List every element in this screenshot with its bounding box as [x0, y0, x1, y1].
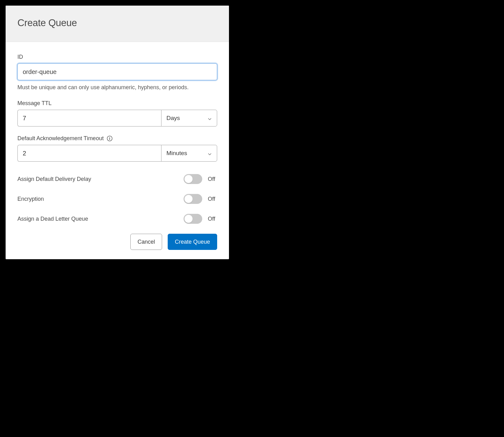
ack-timeout-label-text: Default Acknowledgement Timeout [17, 135, 104, 142]
delivery-delay-label: Assign Default Delivery Delay [17, 176, 91, 182]
id-input[interactable] [17, 63, 217, 80]
ack-timeout-label: Default Acknowledgement Timeout [17, 135, 217, 142]
ttl-unit-value: Days [166, 115, 180, 122]
id-field-group: ID Must be unique and can only use alpha… [17, 54, 217, 91]
toggle-knob [184, 175, 193, 183]
delivery-delay-toggle[interactable] [184, 174, 202, 184]
encryption-label: Encryption [17, 196, 44, 202]
dialog-body: ID Must be unique and can only use alpha… [6, 42, 229, 259]
dlq-label: Assign a Dead Letter Queue [17, 216, 88, 222]
encryption-row: Encryption Off [17, 194, 217, 204]
toggle-knob [184, 195, 193, 203]
ack-timeout-field-group: Default Acknowledgement Timeout Minutes [17, 135, 217, 162]
chevron-down-icon [208, 151, 212, 155]
cancel-button[interactable]: Cancel [130, 234, 162, 250]
id-help-text: Must be unique and can only use alphanum… [17, 83, 204, 91]
info-icon[interactable] [107, 136, 113, 141]
svg-point-1 [110, 137, 110, 138]
toggle-knob [184, 215, 193, 223]
svg-rect-2 [110, 138, 110, 140]
encryption-toggle[interactable] [184, 194, 202, 204]
ttl-field-group: Message TTL Days [17, 100, 217, 126]
create-queue-button[interactable]: Create Queue [168, 234, 217, 250]
dlq-toggle[interactable] [184, 214, 202, 224]
chevron-down-icon [208, 116, 212, 120]
dialog-footer: Cancel Create Queue [17, 234, 217, 250]
ack-timeout-unit-select[interactable]: Minutes [161, 145, 217, 162]
ack-timeout-unit-value: Minutes [166, 150, 187, 157]
id-label: ID [17, 54, 217, 60]
create-queue-dialog: Create Queue ID Must be unique and can o… [6, 6, 229, 259]
ttl-label: Message TTL [17, 100, 217, 107]
dialog-title: Create Queue [17, 17, 217, 29]
ttl-value-input[interactable] [17, 110, 161, 126]
dialog-header: Create Queue [6, 6, 229, 42]
delivery-delay-state: Off [208, 176, 217, 182]
ack-timeout-value-input[interactable] [17, 145, 161, 162]
encryption-state: Off [208, 196, 217, 202]
ttl-unit-select[interactable]: Days [161, 110, 217, 126]
delivery-delay-row: Assign Default Delivery Delay Off [17, 174, 217, 184]
dlq-row: Assign a Dead Letter Queue Off [17, 214, 217, 224]
dlq-state: Off [208, 216, 217, 222]
